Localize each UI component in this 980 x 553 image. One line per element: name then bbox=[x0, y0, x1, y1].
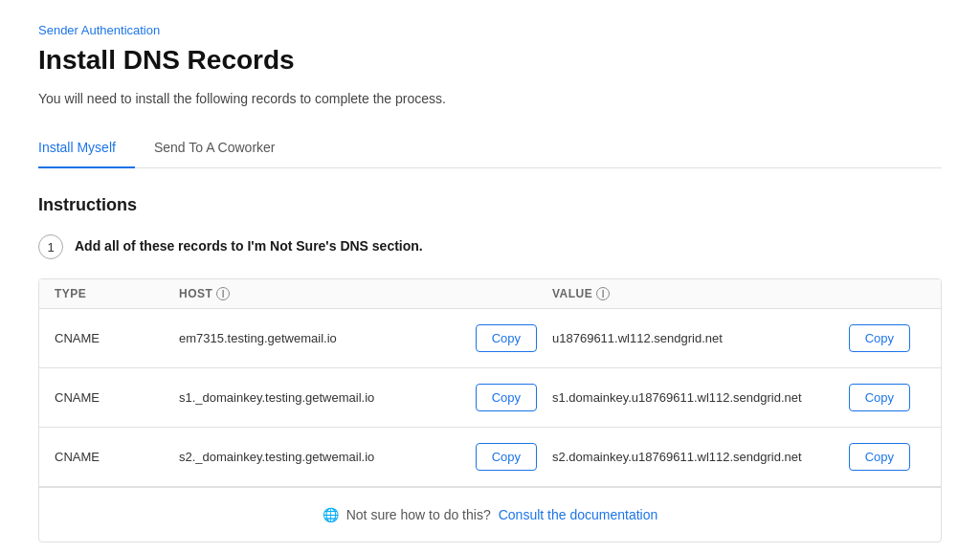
table-row: CNAME s2._domainkey.testing.getwemail.io… bbox=[39, 428, 941, 487]
step-1: 1 Add all of these records to I'm Not Su… bbox=[38, 234, 942, 259]
page-title: Install DNS Records bbox=[38, 45, 942, 76]
host-info-icon[interactable]: i bbox=[216, 287, 230, 300]
tab-bar: Install Myself Send To A Coworker bbox=[38, 129, 942, 168]
instructions-title: Instructions bbox=[38, 195, 942, 215]
copy-host-button-2[interactable]: Copy bbox=[476, 384, 537, 411]
footer-note: 🌐 Not sure how to do this? Consult the d… bbox=[39, 487, 941, 542]
dns-host-cell-2: s1._domainkey.testing.getwemail.io Copy bbox=[179, 384, 552, 411]
copy-host-button-1[interactable]: Copy bbox=[476, 324, 537, 352]
col-value: VALUE i bbox=[552, 287, 925, 300]
dns-record-value-1: u18769611.wl112.sendgrid.net bbox=[552, 331, 837, 345]
copy-value-button-1[interactable]: Copy bbox=[849, 324, 910, 352]
dns-record-value-3: s2.domainkey.u18769611.wl112.sendgrid.ne… bbox=[552, 450, 837, 464]
table-row: CNAME em7315.testing.getwemail.io Copy u… bbox=[39, 309, 941, 368]
step-number: 1 bbox=[38, 234, 63, 259]
tab-install-myself[interactable]: Install Myself bbox=[38, 130, 135, 168]
breadcrumb[interactable]: Sender Authentication bbox=[38, 23, 942, 37]
page-description: You will need to install the following r… bbox=[38, 91, 942, 106]
col-type: TYPE bbox=[55, 287, 179, 300]
tab-send-to-coworker[interactable]: Send To A Coworker bbox=[154, 130, 295, 168]
value-info-icon[interactable]: i bbox=[596, 287, 610, 300]
footer-text: Not sure how to do this? bbox=[346, 507, 491, 522]
copy-host-button-3[interactable]: Copy bbox=[476, 443, 537, 471]
dns-host-value-2: s1._domainkey.testing.getwemail.io bbox=[179, 390, 464, 405]
consult-docs-link[interactable]: Consult the documentation bbox=[499, 507, 658, 522]
dns-value-cell-2: s1.domainkey.u18769611.wl112.sendgrid.ne… bbox=[552, 384, 925, 411]
dns-host-cell-3: s2._domainkey.testing.getwemail.io Copy bbox=[179, 443, 552, 471]
dns-value-cell-1: u18769611.wl112.sendgrid.net Copy bbox=[552, 324, 925, 352]
step-instruction: Add all of these records to I'm Not Sure… bbox=[75, 234, 423, 254]
copy-value-button-3[interactable]: Copy bbox=[849, 443, 910, 471]
col-host: HOST i bbox=[179, 287, 552, 300]
dns-record-value-2: s1.domainkey.u18769611.wl112.sendgrid.ne… bbox=[552, 390, 837, 405]
dns-value-cell-3: s2.domainkey.u18769611.wl112.sendgrid.ne… bbox=[552, 443, 925, 471]
dns-host-value-3: s2._domainkey.testing.getwemail.io bbox=[179, 450, 464, 464]
globe-icon: 🌐 bbox=[323, 507, 339, 522]
dns-table: TYPE HOST i VALUE i CNAME em7315.testing… bbox=[38, 278, 942, 542]
copy-value-button-2[interactable]: Copy bbox=[849, 384, 910, 411]
dns-host-value-1: em7315.testing.getwemail.io bbox=[179, 331, 464, 345]
dns-type-2: CNAME bbox=[55, 390, 179, 405]
dns-type-3: CNAME bbox=[55, 450, 179, 464]
dns-host-cell-1: em7315.testing.getwemail.io Copy bbox=[179, 324, 552, 352]
table-row: CNAME s1._domainkey.testing.getwemail.io… bbox=[39, 368, 941, 428]
dns-type-1: CNAME bbox=[55, 331, 179, 345]
dns-table-header: TYPE HOST i VALUE i bbox=[39, 279, 941, 309]
